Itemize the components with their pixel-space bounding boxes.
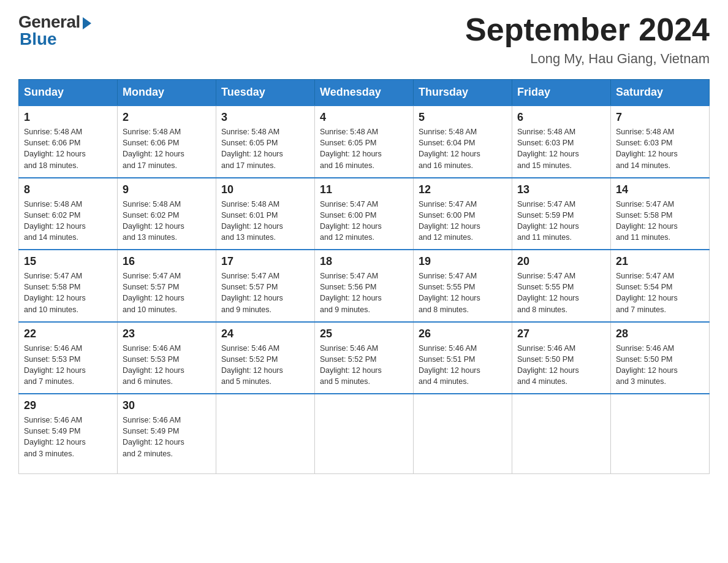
- day-number: 6: [517, 111, 605, 124]
- day-number: 20: [517, 255, 605, 268]
- day-info: Sunrise: 5:46 AMSunset: 5:50 PMDaylight:…: [616, 343, 704, 388]
- day-cell-13: 13 Sunrise: 5:47 AMSunset: 5:59 PMDaylig…: [512, 178, 611, 250]
- day-info: Sunrise: 5:46 AMSunset: 5:49 PMDaylight:…: [123, 415, 211, 459]
- day-cell-17: 17 Sunrise: 5:47 AMSunset: 5:57 PMDaylig…: [216, 250, 315, 322]
- empty-cell: [512, 394, 611, 473]
- logo-arrow-icon: [83, 17, 91, 29]
- logo-blue-text: Blue: [20, 29, 57, 49]
- day-number: 23: [123, 327, 211, 340]
- day-number: 5: [419, 111, 507, 124]
- day-number: 17: [221, 255, 309, 268]
- day-number: 1: [24, 111, 112, 124]
- day-number: 15: [24, 255, 112, 268]
- day-info: Sunrise: 5:47 AMSunset: 6:00 PMDaylight:…: [320, 199, 408, 243]
- day-info: Sunrise: 5:48 AMSunset: 6:06 PMDaylight:…: [123, 126, 211, 171]
- day-cell-20: 20 Sunrise: 5:47 AMSunset: 5:55 PMDaylig…: [512, 250, 611, 322]
- header-cell-tuesday: Tuesday: [216, 80, 315, 106]
- header-cell-friday: Friday: [512, 80, 611, 106]
- calendar-subtitle: Long My, Hau Giang, Vietnam: [465, 51, 710, 67]
- day-info: Sunrise: 5:47 AMSunset: 6:00 PMDaylight:…: [419, 199, 507, 243]
- day-number: 14: [616, 183, 704, 196]
- day-cell-27: 27 Sunrise: 5:46 AMSunset: 5:50 PMDaylig…: [512, 322, 611, 394]
- day-cell-1: 1 Sunrise: 5:48 AMSunset: 6:06 PMDayligh…: [19, 105, 118, 178]
- day-info: Sunrise: 5:46 AMSunset: 5:53 PMDaylight:…: [123, 343, 211, 388]
- day-info: Sunrise: 5:47 AMSunset: 5:57 PMDaylight:…: [123, 270, 211, 315]
- empty-cell: [414, 394, 512, 473]
- day-number: 26: [419, 327, 507, 340]
- title-section: September 2024 Long My, Hau Giang, Vietn…: [465, 12, 710, 67]
- day-info: Sunrise: 5:47 AMSunset: 5:58 PMDaylight:…: [24, 270, 112, 315]
- day-cell-21: 21 Sunrise: 5:47 AMSunset: 5:54 PMDaylig…: [611, 250, 710, 322]
- day-info: Sunrise: 5:47 AMSunset: 5:59 PMDaylight:…: [517, 199, 605, 243]
- day-info: Sunrise: 5:47 AMSunset: 5:57 PMDaylight:…: [221, 270, 309, 315]
- header-cell-monday: Monday: [118, 80, 216, 106]
- day-number: 21: [616, 255, 704, 268]
- day-info: Sunrise: 5:46 AMSunset: 5:49 PMDaylight:…: [24, 415, 112, 459]
- day-info: Sunrise: 5:46 AMSunset: 5:51 PMDaylight:…: [419, 343, 507, 388]
- day-cell-15: 15 Sunrise: 5:47 AMSunset: 5:58 PMDaylig…: [19, 250, 118, 322]
- day-info: Sunrise: 5:48 AMSunset: 6:05 PMDaylight:…: [320, 126, 408, 171]
- day-number: 3: [221, 111, 309, 124]
- day-cell-19: 19 Sunrise: 5:47 AMSunset: 5:55 PMDaylig…: [414, 250, 512, 322]
- day-number: 25: [320, 327, 408, 340]
- day-cell-4: 4 Sunrise: 5:48 AMSunset: 6:05 PMDayligh…: [315, 105, 414, 178]
- calendar-table: SundayMondayTuesdayWednesdayThursdayFrid…: [18, 79, 710, 474]
- day-cell-8: 8 Sunrise: 5:48 AMSunset: 6:02 PMDayligh…: [19, 178, 118, 250]
- day-cell-12: 12 Sunrise: 5:47 AMSunset: 6:00 PMDaylig…: [414, 178, 512, 250]
- day-number: 12: [419, 183, 507, 196]
- day-number: 29: [24, 399, 112, 412]
- day-cell-3: 3 Sunrise: 5:48 AMSunset: 6:05 PMDayligh…: [216, 105, 315, 178]
- header-cell-sunday: Sunday: [19, 80, 118, 106]
- day-number: 9: [123, 183, 211, 196]
- day-info: Sunrise: 5:48 AMSunset: 6:03 PMDaylight:…: [517, 126, 605, 171]
- page-header: General Blue September 2024 Long My, Hau…: [18, 12, 710, 67]
- day-info: Sunrise: 5:47 AMSunset: 5:55 PMDaylight:…: [419, 270, 507, 315]
- day-number: 18: [320, 255, 408, 268]
- day-cell-30: 30 Sunrise: 5:46 AMSunset: 5:49 PMDaylig…: [118, 394, 216, 473]
- day-info: Sunrise: 5:48 AMSunset: 6:01 PMDaylight:…: [221, 199, 309, 243]
- day-info: Sunrise: 5:48 AMSunset: 6:04 PMDaylight:…: [419, 126, 507, 171]
- week-row-4: 22 Sunrise: 5:46 AMSunset: 5:53 PMDaylig…: [19, 322, 710, 394]
- day-number: 27: [517, 327, 605, 340]
- day-number: 22: [24, 327, 112, 340]
- day-cell-5: 5 Sunrise: 5:48 AMSunset: 6:04 PMDayligh…: [414, 105, 512, 178]
- empty-cell: [611, 394, 710, 473]
- day-info: Sunrise: 5:47 AMSunset: 5:55 PMDaylight:…: [517, 270, 605, 315]
- week-row-3: 15 Sunrise: 5:47 AMSunset: 5:58 PMDaylig…: [19, 250, 710, 322]
- day-number: 11: [320, 183, 408, 196]
- empty-cell: [216, 394, 315, 473]
- day-info: Sunrise: 5:48 AMSunset: 6:02 PMDaylight:…: [24, 199, 112, 243]
- day-cell-16: 16 Sunrise: 5:47 AMSunset: 5:57 PMDaylig…: [118, 250, 216, 322]
- day-cell-26: 26 Sunrise: 5:46 AMSunset: 5:51 PMDaylig…: [414, 322, 512, 394]
- day-number: 8: [24, 183, 112, 196]
- day-number: 19: [419, 255, 507, 268]
- day-cell-28: 28 Sunrise: 5:46 AMSunset: 5:50 PMDaylig…: [611, 322, 710, 394]
- day-info: Sunrise: 5:47 AMSunset: 5:54 PMDaylight:…: [616, 270, 704, 315]
- day-cell-11: 11 Sunrise: 5:47 AMSunset: 6:00 PMDaylig…: [315, 178, 414, 250]
- day-number: 13: [517, 183, 605, 196]
- day-cell-23: 23 Sunrise: 5:46 AMSunset: 5:53 PMDaylig…: [118, 322, 216, 394]
- day-cell-10: 10 Sunrise: 5:48 AMSunset: 6:01 PMDaylig…: [216, 178, 315, 250]
- day-cell-18: 18 Sunrise: 5:47 AMSunset: 5:56 PMDaylig…: [315, 250, 414, 322]
- day-cell-14: 14 Sunrise: 5:47 AMSunset: 5:58 PMDaylig…: [611, 178, 710, 250]
- day-number: 28: [616, 327, 704, 340]
- day-info: Sunrise: 5:46 AMSunset: 5:52 PMDaylight:…: [221, 343, 309, 388]
- day-info: Sunrise: 5:46 AMSunset: 5:52 PMDaylight:…: [320, 343, 408, 388]
- day-cell-25: 25 Sunrise: 5:46 AMSunset: 5:52 PMDaylig…: [315, 322, 414, 394]
- day-cell-2: 2 Sunrise: 5:48 AMSunset: 6:06 PMDayligh…: [118, 105, 216, 178]
- week-row-1: 1 Sunrise: 5:48 AMSunset: 6:06 PMDayligh…: [19, 105, 710, 178]
- day-number: 16: [123, 255, 211, 268]
- day-info: Sunrise: 5:48 AMSunset: 6:06 PMDaylight:…: [24, 126, 112, 171]
- day-info: Sunrise: 5:48 AMSunset: 6:03 PMDaylight:…: [616, 126, 704, 171]
- header-cell-saturday: Saturday: [611, 80, 710, 106]
- day-number: 2: [123, 111, 211, 124]
- header-cell-thursday: Thursday: [414, 80, 512, 106]
- day-info: Sunrise: 5:46 AMSunset: 5:53 PMDaylight:…: [24, 343, 112, 388]
- day-cell-24: 24 Sunrise: 5:46 AMSunset: 5:52 PMDaylig…: [216, 322, 315, 394]
- empty-cell: [315, 394, 414, 473]
- logo: General Blue: [18, 12, 91, 49]
- day-number: 24: [221, 327, 309, 340]
- day-cell-29: 29 Sunrise: 5:46 AMSunset: 5:49 PMDaylig…: [19, 394, 118, 473]
- day-info: Sunrise: 5:47 AMSunset: 5:56 PMDaylight:…: [320, 270, 408, 315]
- day-number: 30: [123, 399, 211, 412]
